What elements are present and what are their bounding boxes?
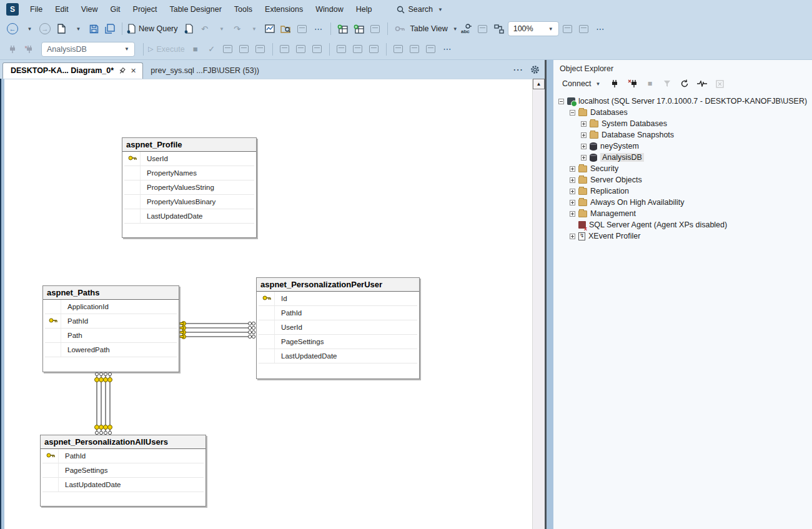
tree-item-always-on[interactable]: Always On High Availability [553, 197, 812, 208]
table-title[interactable]: aspnet_Profile [122, 138, 256, 152]
results-to-grid-button[interactable] [334, 42, 349, 57]
tab-list-overflow-button[interactable]: ⋯ [513, 64, 523, 76]
tree-item-neysystem[interactable]: neySystem [553, 141, 812, 152]
parse-button[interactable]: ✓ [204, 42, 219, 57]
vertical-scrollbar[interactable]: ▲ [532, 79, 545, 529]
table-column-row[interactable]: Path [45, 329, 177, 343]
activity-monitor-button[interactable] [696, 78, 708, 89]
toolbar2-extra-button[interactable] [423, 42, 438, 57]
table-title[interactable]: aspnet_PersonalizationAllUsers [41, 435, 205, 449]
query-options-button[interactable] [237, 42, 252, 57]
save-button[interactable] [86, 21, 101, 36]
menu-project[interactable]: Project [127, 2, 164, 16]
close-icon[interactable]: ✕ [131, 67, 136, 75]
table-column-row[interactable]: LastUpdatedDate [42, 478, 204, 492]
include-client-statistics-button[interactable] [294, 42, 309, 57]
new-file-dropdown[interactable]: ▼ [70, 21, 85, 36]
menu-git[interactable]: Git [104, 2, 127, 16]
table-column-row[interactable]: Id [259, 292, 417, 306]
tree-item-databases[interactable]: Databases [553, 107, 812, 118]
navigate-forward-button[interactable]: → [37, 21, 52, 36]
diagram-table-aspnet-personalizationperuser[interactable]: aspnet_PersonalizationPerUser Id PathId … [256, 277, 420, 379]
table-column-row[interactable]: PropertyValuesString [124, 180, 254, 195]
add-related-tables-button[interactable] [352, 21, 367, 36]
display-estimated-plan-button[interactable] [220, 42, 235, 57]
toolbar2-overflow-button[interactable]: ⋯ [440, 42, 455, 57]
table-column-row[interactable]: LastUpdatedDate [124, 209, 254, 224]
new-query-button[interactable]: New Query [127, 21, 180, 36]
tree-item-replication[interactable]: Replication [553, 185, 812, 197]
menu-edit[interactable]: Edit [49, 2, 75, 16]
indent-button[interactable] [391, 42, 406, 57]
set-primary-key-button[interactable] [392, 21, 407, 36]
expand-icon[interactable] [581, 121, 587, 127]
menu-help[interactable]: Help [350, 2, 379, 16]
zoom-combobox[interactable]: 100% ▼ [508, 21, 559, 36]
menu-table-designer[interactable]: Table Designer [163, 2, 227, 16]
cancel-query-button[interactable]: ■ [188, 42, 203, 57]
xevent-disabled-button[interactable] [714, 78, 725, 89]
connect-editor-button[interactable] [5, 42, 20, 57]
tree-item-analysisdb[interactable]: AnalysisDB [553, 152, 812, 163]
tree-item-security[interactable]: Security [553, 163, 812, 174]
table-column-row[interactable]: LoweredPath [45, 343, 177, 357]
save-all-button[interactable] [102, 21, 117, 36]
table-column-row[interactable]: ApplicationId [45, 300, 177, 314]
change-connection-button[interactable] [21, 42, 36, 57]
outdent-button[interactable] [407, 42, 422, 57]
pin-icon[interactable] [119, 67, 126, 74]
execute-button[interactable]: ▷ Execute [148, 42, 187, 57]
table-column-row[interactable]: PathId [45, 314, 177, 329]
expand-icon[interactable] [581, 132, 587, 138]
expand-icon[interactable] [570, 166, 575, 172]
table-view-dropdown[interactable]: Table View ▼ [408, 21, 458, 36]
expand-icon[interactable] [570, 200, 575, 205]
add-table-button[interactable] [335, 21, 350, 36]
table-column-row[interactable]: PathId [42, 449, 204, 463]
window-layout-button[interactable] [295, 21, 310, 36]
new-file-button[interactable] [54, 21, 69, 36]
undo-dropdown[interactable]: ▼ [214, 21, 229, 36]
arrange-selection-button[interactable] [560, 21, 575, 36]
navigate-back-dropdown[interactable]: ▼ [21, 21, 36, 36]
menu-tools[interactable]: Tools [228, 2, 259, 16]
expand-icon[interactable] [581, 155, 587, 161]
table-column-row[interactable]: PageSettings [259, 335, 417, 349]
expand-icon[interactable] [570, 189, 575, 194]
tree-item-system-databases[interactable]: System Databases [553, 118, 812, 129]
diagram-table-aspnet-paths[interactable]: aspnet_Paths ApplicationId PathId Path L… [42, 285, 179, 372]
menu-file[interactable]: File [24, 2, 49, 16]
collapse-icon[interactable] [570, 110, 575, 116]
expand-icon[interactable] [581, 144, 587, 149]
redo-button[interactable]: ↷ [230, 21, 245, 36]
delete-table-button[interactable] [368, 21, 383, 36]
toolbar1-overflow2-button[interactable]: ⋯ [593, 21, 608, 36]
table-column-row[interactable]: UserId [259, 320, 417, 335]
database-combobox[interactable]: AnalysisDB ▼ [41, 42, 135, 57]
menu-view[interactable]: View [75, 2, 104, 16]
navigate-back-button[interactable]: ← [5, 21, 20, 36]
table-title[interactable]: aspnet_Paths [43, 286, 179, 300]
autosize-tables-button[interactable] [577, 21, 592, 36]
diagram-table-aspnet-profile[interactable]: aspnet_Profile UserId PropertyNames Prop… [122, 137, 257, 238]
expand-icon[interactable] [570, 234, 575, 239]
table-column-row[interactable]: PropertyNames [124, 166, 254, 180]
activity-monitor-button[interactable] [262, 21, 277, 36]
toolbar1-overflow-button[interactable]: ⋯ [311, 21, 326, 36]
diagram-canvas[interactable]: aspnet_Profile UserId PropertyNames Prop… [4, 79, 532, 529]
menu-window[interactable]: Window [309, 2, 349, 16]
tree-item-sql-server-agent[interactable]: SQL Server Agent (Agent XPs disabled) [553, 219, 812, 230]
scroll-up-button[interactable]: ▲ [533, 79, 545, 89]
refresh-button[interactable] [679, 78, 690, 89]
redo-dropdown[interactable]: ▼ [246, 21, 261, 36]
include-actual-plan-button[interactable] [277, 42, 292, 57]
disconnect-server-button[interactable] [626, 78, 638, 89]
expand-icon[interactable] [570, 211, 575, 217]
table-column-row[interactable]: PageSettings [42, 463, 204, 478]
recalculate-page-breaks-button[interactable] [492, 21, 507, 36]
tree-item-xevent-profiler[interactable]: XEvent Profiler [553, 230, 812, 242]
expand-icon[interactable] [570, 177, 575, 183]
results-to-text-button[interactable] [310, 42, 325, 57]
table-column-row[interactable]: PropertyValuesBinary [124, 195, 254, 209]
collapse-icon[interactable] [558, 99, 564, 104]
